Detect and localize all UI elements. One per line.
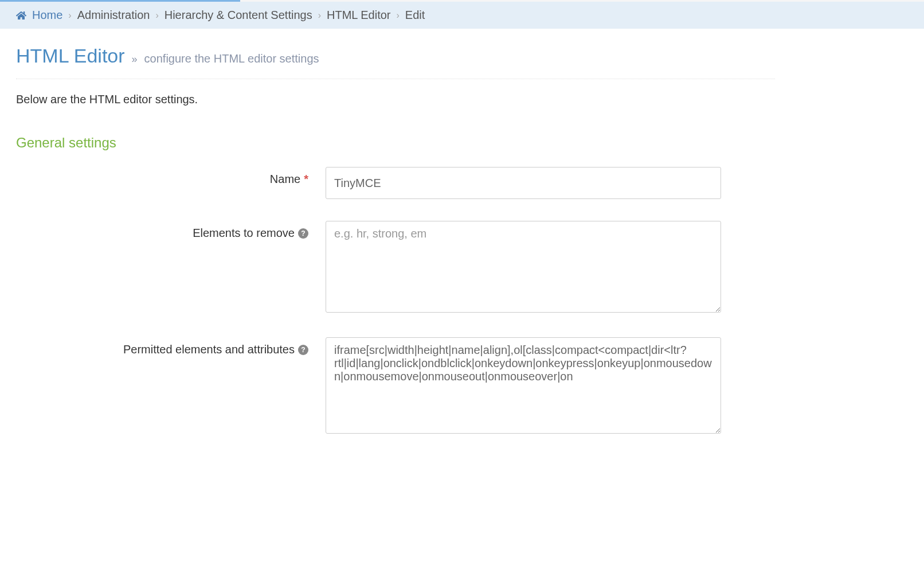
name-input[interactable] — [326, 167, 721, 199]
breadcrumb: Home › Administration › Hierarchy & Cont… — [0, 2, 924, 29]
page-subtitle: configure the HTML editor settings — [144, 52, 319, 65]
breadcrumb-item-administration[interactable]: Administration — [77, 9, 150, 22]
label-name-text: Name — [270, 173, 300, 186]
help-icon[interactable]: ? — [298, 345, 308, 355]
chevron-right-icon: › — [318, 10, 321, 21]
help-icon[interactable]: ? — [298, 228, 308, 239]
form-row-elements-remove: Elements to remove ? — [16, 221, 775, 315]
breadcrumb-item-edit: Edit — [405, 9, 425, 22]
section-title-general: General settings — [16, 135, 775, 151]
double-chevron-right-icon: » — [132, 53, 138, 65]
label-name: Name * — [16, 167, 326, 186]
breadcrumb-item-hierarchy[interactable]: Hierarchy & Content Settings — [165, 9, 312, 22]
label-elements-remove: Elements to remove ? — [16, 221, 326, 240]
label-permitted: Permitted elements and attributes ? — [16, 337, 326, 356]
label-permitted-text: Permitted elements and attributes — [123, 343, 295, 356]
intro-text: Below are the HTML editor settings. — [16, 93, 775, 106]
required-asterisk: * — [304, 173, 308, 186]
form-row-name: Name * — [16, 167, 775, 199]
divider — [16, 79, 775, 79]
home-icon[interactable] — [16, 10, 26, 21]
chevron-right-icon: › — [68, 10, 71, 21]
chevron-right-icon: › — [396, 10, 399, 21]
elements-remove-textarea[interactable] — [326, 221, 721, 313]
chevron-right-icon: › — [155, 10, 158, 21]
breadcrumb-item-html-editor[interactable]: HTML Editor — [327, 9, 391, 22]
breadcrumb-home-link[interactable]: Home — [32, 9, 62, 22]
permitted-textarea[interactable] — [326, 337, 721, 434]
form-row-permitted: Permitted elements and attributes ? — [16, 337, 775, 437]
main-content: HTML Editor » configure the HTML editor … — [0, 29, 791, 474]
label-elements-remove-text: Elements to remove — [193, 227, 295, 240]
page-header: HTML Editor » configure the HTML editor … — [16, 45, 775, 67]
page-title: HTML Editor — [16, 45, 125, 67]
